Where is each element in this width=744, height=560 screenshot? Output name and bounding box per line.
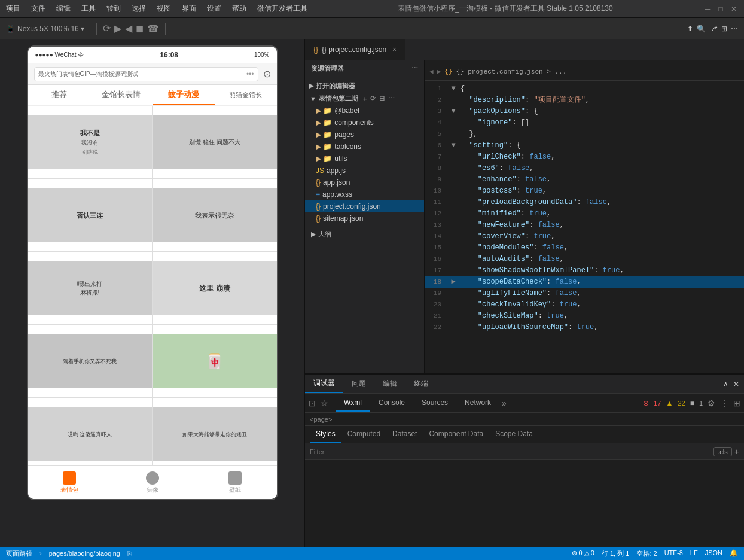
tab-wenzi[interactable]: 蚊子动漫 [153, 85, 215, 105]
menu-help[interactable]: 帮助 [232, 4, 246, 14]
copy-path-icon[interactable]: ⎘ [127, 550, 132, 557]
devtab-console[interactable]: Console [370, 395, 413, 412]
menu-edit[interactable]: 编辑 [56, 4, 71, 14]
menu-interface[interactable]: 界面 [182, 4, 196, 14]
meme-item-4[interactable]: 我表示很无奈 [153, 179, 277, 251]
meme-item-6[interactable]: 这里 崩溃 [153, 252, 277, 324]
scan-icon[interactable]: ⊙ [263, 68, 271, 80]
panel-controls[interactable]: ∧ ✕ [723, 380, 744, 388]
compile-icon[interactable]: ⟳ [103, 23, 111, 34]
styles-tabs-bar[interactable]: Styles Computed Dataset Component Data S… [305, 426, 744, 443]
toolbar-actions[interactable]: ⟳ ▶ ◀ ◼ ☎ [103, 23, 159, 34]
more-icon-2[interactable]: ⋮ [720, 398, 728, 408]
menu-view[interactable]: 视图 [157, 4, 171, 14]
meme-item-2[interactable]: 别慌 稳住 问题不大 [153, 106, 277, 178]
tab-recommend[interactable]: 推荐 [28, 85, 90, 105]
menu-settings[interactable]: 设置 [207, 4, 221, 14]
folder-tablcons[interactable]: ▶ 📁 tablcons [305, 141, 424, 153]
editor-tab-config[interactable]: {} {} project.config.json × [305, 39, 405, 60]
meme-item-5[interactable]: 喂!出来打麻将撒! [28, 252, 152, 324]
device-toggle-icon[interactable]: ⊡ [309, 398, 316, 408]
styles-tab-scope-data[interactable]: Scope Data [489, 426, 539, 443]
play-icon[interactable]: ▶ [114, 23, 121, 34]
file-config[interactable]: {} project.config.json [305, 200, 424, 212]
refresh-icon[interactable]: ⟳ [370, 95, 376, 102]
collapse-icon[interactable]: ⊟ [379, 95, 385, 102]
devtab-sources[interactable]: Sources [413, 395, 456, 412]
styles-tab-component-data[interactable]: Component Data [423, 426, 489, 443]
tab-debugger[interactable]: 调试器 [305, 375, 343, 393]
search-icon[interactable]: 🔍 [697, 25, 706, 33]
add-file-icon[interactable]: + [363, 95, 367, 102]
main-section-header[interactable]: ▼ 表情包第二期 + ⟳ ⊟ ⋯ [305, 92, 424, 105]
close-tab-button[interactable]: × [392, 45, 397, 54]
maximize-button[interactable]: □ [716, 5, 725, 13]
devtab-wxml[interactable]: Wxml [336, 395, 370, 412]
file-appjson[interactable]: {} app.json [305, 176, 424, 188]
bottom-tab-wallpaper[interactable]: 壁纸 [194, 466, 277, 499]
menu-devtools[interactable]: 微信开发者工具 [257, 4, 307, 14]
more-devtools-icon[interactable]: » [499, 395, 509, 412]
meme-item-7[interactable]: 隔着手机你又弄不死我 [28, 325, 152, 397]
git-icon[interactable]: ⎇ [709, 25, 718, 33]
bookmark-icon[interactable]: ☆ [321, 398, 328, 408]
meme-item-10[interactable]: 如果大海能够带走你的矮丑 [153, 398, 277, 465]
meme-item-1[interactable]: 我不是 我没有 别瞎说 [28, 106, 152, 178]
panel-collapse-icon[interactable]: ∧ [723, 380, 728, 388]
open-editors-header[interactable]: ▶ 打开的编辑器 [305, 80, 424, 92]
menu-bar[interactable]: 项目 文件 编辑 工具 转到 选择 视图 界面 设置 帮助 微信开发者工具 [6, 4, 307, 14]
folder-babel[interactable]: ▶ 📁 @babel [305, 105, 424, 117]
settings-icon[interactable]: ⚙ [708, 398, 715, 408]
resource-menu-icon[interactable]: ⋯ [411, 65, 418, 72]
tab-panda[interactable]: 熊猫金馆长 [215, 85, 277, 105]
toolbar-right[interactable]: ⬆ 🔍 ⎇ ⊞ ⋯ [687, 25, 738, 33]
upload-icon[interactable]: ⬆ [687, 25, 693, 33]
minimize-button[interactable]: ─ [703, 5, 712, 13]
window-controls[interactable]: ─ □ ✕ [703, 5, 738, 13]
file-sitemap[interactable]: {} sitemap.json [305, 212, 424, 224]
phone-btn-icon[interactable]: ☎ [147, 23, 159, 34]
folder-utils[interactable]: ▶ 📁 utils [305, 153, 424, 165]
meme-item-8[interactable]: 🀄 [153, 325, 277, 397]
device-selector[interactable]: 📱 Nexus 5X 100% 16 ▾ [6, 25, 84, 33]
bell-icon[interactable]: 🔔 [730, 549, 738, 558]
folder-components[interactable]: ▶ 📁 components [305, 117, 424, 129]
phone-nav-tabs[interactable]: 推荐 金馆长表情 蚊子动漫 熊猫金馆长 [28, 85, 277, 106]
menu-goto[interactable]: 转到 [106, 4, 121, 14]
styles-tab-styles[interactable]: Styles [310, 426, 341, 443]
styles-tab-dataset[interactable]: Dataset [386, 426, 423, 443]
phone-search-input[interactable]: 最火热门表情包GIP—淘模板源码测试 ••• [34, 67, 258, 81]
tab-problems[interactable]: 问题 [343, 375, 374, 392]
detach-icon[interactable]: ⊞ [733, 398, 740, 408]
bottom-tab-avatar[interactable]: 头像 [111, 466, 194, 499]
tab-terminal[interactable]: 终端 [405, 375, 437, 392]
styles-tab-computed[interactable]: Computed [341, 426, 386, 443]
stop-icon[interactable]: ◼ [136, 23, 144, 34]
phone-bottom-nav[interactable]: 表情包 头像 壁纸 [28, 465, 277, 499]
bottom-tab-emoji[interactable]: 表情包 [28, 466, 111, 499]
devtab-network[interactable]: Network [456, 395, 499, 412]
cls-button[interactable]: .cls [713, 447, 732, 456]
file-appwxss[interactable]: ≡ app.wxss [305, 188, 424, 200]
panel-close-icon[interactable]: ✕ [733, 380, 739, 388]
file-appjs[interactable]: JS app.js [305, 165, 424, 176]
tab-jingguan[interactable]: 金馆长表情 [90, 85, 153, 105]
code-editor[interactable]: ◀ ▶ {} {} project.config.json > ... 1 ▼ … [425, 60, 744, 373]
devtools-inner-tabs[interactable]: Wxml Console Sources Network » [336, 395, 509, 412]
back-icon[interactable]: ◀ [125, 23, 132, 34]
meme-item-9[interactable]: 哎哟 这傻逼真吓人 [28, 398, 152, 465]
debugger-tabs[interactable]: 调试器 问题 编辑 终端 [305, 375, 723, 393]
split-icon[interactable]: ⊞ [721, 25, 727, 33]
menu-file[interactable]: 文件 [31, 4, 45, 14]
more-icon[interactable]: ⋯ [731, 25, 738, 33]
meme-item-3[interactable]: 否认三连 [28, 179, 152, 251]
menu-project[interactable]: 项目 [6, 4, 20, 14]
menu-tools[interactable]: 工具 [81, 4, 96, 14]
tab-compile[interactable]: 编辑 [374, 375, 405, 392]
device-label[interactable]: Nexus 5X 100% 16 ▾ [17, 25, 84, 33]
outline-section[interactable]: ▶ 大纲 [305, 227, 424, 241]
close-button[interactable]: ✕ [730, 5, 738, 13]
menu-select[interactable]: 选择 [132, 4, 146, 14]
add-style-button[interactable]: + [734, 447, 739, 456]
styles-filter-input[interactable] [310, 448, 713, 455]
